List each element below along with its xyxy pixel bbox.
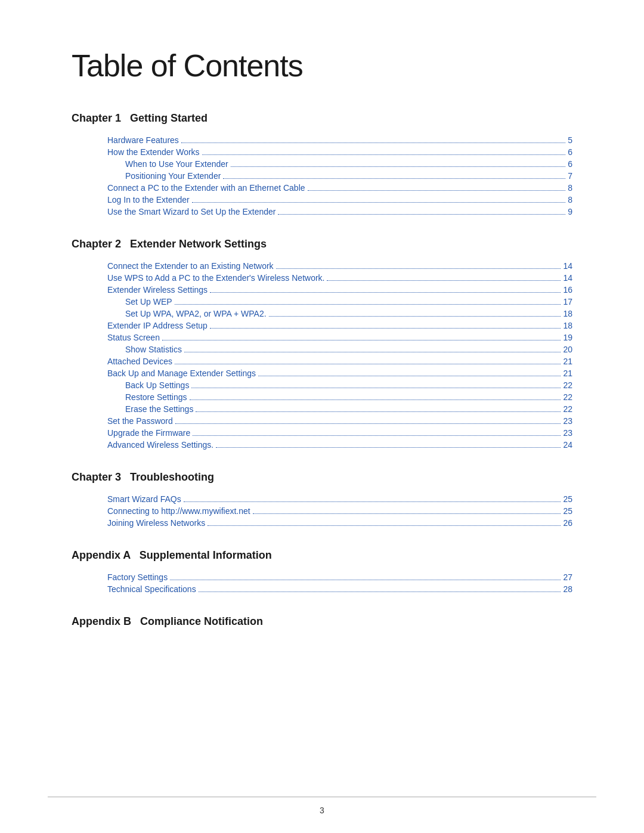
toc-dots	[202, 154, 566, 155]
toc-link[interactable]: Connecting to http://www.mywifiext.net	[107, 506, 250, 516]
toc-dots	[308, 190, 566, 191]
toc-page: 28	[563, 584, 572, 594]
toc-entry[interactable]: Status Screen19	[107, 333, 572, 342]
toc-dots	[258, 376, 561, 376]
toc-entry[interactable]: Restore Settings22	[125, 392, 572, 402]
toc-link[interactable]: Use the Smart Wizard to Set Up the Exten…	[107, 207, 275, 216]
toc-link[interactable]: Joining Wireless Networks	[107, 518, 205, 528]
toc-entry[interactable]: Factory Settings27	[107, 572, 572, 582]
toc-entry[interactable]: Upgrade the Firmware23	[107, 428, 572, 438]
toc-page: 14	[563, 273, 572, 283]
toc-page: 25	[563, 506, 572, 516]
toc-link[interactable]: Show Statistics	[125, 345, 182, 354]
toc-dots	[193, 435, 561, 436]
chapter-title: Extender Network Settings	[130, 238, 267, 250]
appendix-heading-appendixb: Appendix B Compliance Notification	[72, 615, 572, 628]
toc-link[interactable]: When to Use Your Extender	[125, 159, 228, 169]
toc-link[interactable]: Set the Password	[107, 416, 173, 426]
toc-link[interactable]: Use WPS to Add a PC to the Extender's Wi…	[107, 273, 324, 283]
toc-link[interactable]: Extender Wireless Settings	[107, 285, 208, 295]
toc-link[interactable]: Set Up WPA, WPA2, or WPA + WPA2.	[125, 309, 267, 318]
toc-dots	[199, 592, 561, 592]
toc-link[interactable]: Back Up Settings	[125, 380, 189, 390]
toc-entry[interactable]: Advanced Wireless Settings.24	[107, 440, 572, 450]
toc-entry[interactable]: Connect the Extender to an Existing Netw…	[107, 261, 572, 271]
toc-entry[interactable]: When to Use Your Extender6	[125, 159, 572, 169]
toc-link[interactable]: Hardware Features	[107, 135, 179, 145]
toc-page: 23	[563, 416, 572, 426]
toc-entry[interactable]: Use the Smart Wizard to Set Up the Exten…	[107, 207, 572, 216]
chapter-label: Chapter 2	[72, 238, 130, 250]
toc-dots	[175, 304, 561, 305]
toc-link[interactable]: Advanced Wireless Settings.	[107, 440, 213, 450]
toc-link[interactable]: Status Screen	[107, 333, 160, 342]
toc-entry[interactable]: Set Up WEP17	[125, 297, 572, 306]
toc-page: 14	[563, 261, 572, 271]
chapter-heading-chapter3: Chapter 3 Troubleshooting	[72, 471, 572, 484]
toc-dots	[162, 340, 561, 340]
chapter-title: Getting Started	[130, 112, 208, 124]
toc-link[interactable]: Smart Wizard FAQs	[107, 494, 181, 504]
toc-page: 7	[568, 171, 572, 181]
toc-entry[interactable]: Set Up WPA, WPA2, or WPA + WPA2.18	[125, 309, 572, 318]
toc-link[interactable]: Connect the Extender to an Existing Netw…	[107, 261, 274, 271]
toc-entry[interactable]: Log In to the Extender8	[107, 195, 572, 205]
toc-dots	[269, 316, 561, 317]
toc-page: 8	[568, 183, 572, 193]
toc-section-chapter2: Chapter 2 Extender Network SettingsConne…	[72, 238, 572, 450]
toc-link[interactable]: Technical Specifications	[107, 584, 196, 594]
toc-dots	[210, 328, 561, 329]
toc-link[interactable]: Restore Settings	[125, 392, 187, 402]
toc-link[interactable]: Attached Devices	[107, 357, 172, 366]
toc-dots	[231, 166, 565, 167]
toc-dots	[191, 388, 561, 388]
toc-dots	[175, 423, 561, 424]
toc-entry[interactable]: Set the Password23	[107, 416, 572, 426]
toc-entry[interactable]: Erase the Settings22	[125, 404, 572, 414]
chapter-label: Chapter 3	[72, 471, 130, 483]
toc-link[interactable]: Erase the Settings	[125, 404, 193, 414]
toc-page: 9	[568, 207, 572, 216]
chapter-title: Troubleshooting	[130, 471, 214, 483]
toc-dots	[210, 292, 561, 293]
chapter-heading-chapter2: Chapter 2 Extender Network Settings	[72, 238, 572, 250]
toc-link[interactable]: Set Up WEP	[125, 297, 172, 306]
toc-entry[interactable]: Extender Wireless Settings16	[107, 285, 572, 295]
toc-entry[interactable]: Smart Wizard FAQs25	[107, 494, 572, 504]
toc-dots	[175, 364, 561, 364]
toc-entry[interactable]: Joining Wireless Networks26	[107, 518, 572, 528]
toc-entry[interactable]: Connect a PC to the Extender with an Eth…	[107, 183, 572, 193]
toc-dots	[327, 280, 561, 281]
toc-page: 26	[563, 518, 572, 528]
toc-link[interactable]: Connect a PC to the Extender with an Eth…	[107, 183, 305, 193]
toc-link[interactable]: Factory Settings	[107, 572, 168, 582]
toc-entry[interactable]: Back Up Settings22	[125, 380, 572, 390]
toc-link[interactable]: Extender IP Address Setup	[107, 321, 208, 330]
toc-entry[interactable]: Use WPS to Add a PC to the Extender's Wi…	[107, 273, 572, 283]
toc-link[interactable]: How the Extender Works	[107, 147, 200, 157]
toc-section-appendixb: Appendix B Compliance Notification	[72, 615, 572, 628]
toc-entry[interactable]: Attached Devices21	[107, 357, 572, 366]
appendix-heading-appendixa: Appendix A Supplemental Information	[72, 549, 572, 562]
toc-link[interactable]: Positioning Your Extender	[125, 171, 221, 181]
toc-link[interactable]: Back Up and Manage Extender Settings	[107, 368, 256, 378]
appendix-label: Appendix A	[72, 549, 140, 561]
toc-entry[interactable]: Technical Specifications28	[107, 584, 572, 594]
toc-link[interactable]: Log In to the Extender	[107, 195, 190, 205]
toc-dots	[208, 525, 561, 526]
toc-section-chapter1: Chapter 1 Getting StartedHardware Featur…	[72, 112, 572, 216]
toc-page: 23	[563, 428, 572, 438]
toc-entry[interactable]: How the Extender Works6	[107, 147, 572, 157]
bottom-rule	[48, 797, 596, 797]
toc-dots	[184, 352, 561, 352]
toc-entry[interactable]: Positioning Your Extender7	[125, 171, 572, 181]
toc-entry[interactable]: Hardware Features5	[107, 135, 572, 145]
toc-entry[interactable]: Show Statistics20	[125, 345, 572, 354]
toc-dots	[184, 501, 561, 502]
toc-entry[interactable]: Connecting to http://www.mywifiext.net25	[107, 506, 572, 516]
toc-entry[interactable]: Extender IP Address Setup18	[107, 321, 572, 330]
toc-link[interactable]: Upgrade the Firmware	[107, 428, 190, 438]
toc-entry[interactable]: Back Up and Manage Extender Settings21	[107, 368, 572, 378]
appendix-label: Appendix B	[72, 615, 140, 627]
toc-section-appendixa: Appendix A Supplemental InformationFacto…	[72, 549, 572, 594]
